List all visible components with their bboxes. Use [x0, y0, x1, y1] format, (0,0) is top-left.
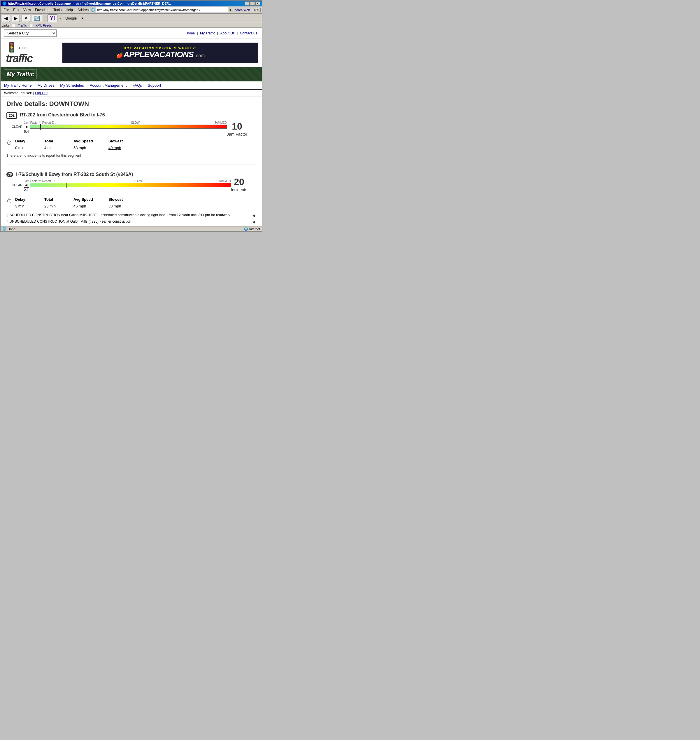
- forward-button[interactable]: ▶: [12, 15, 20, 22]
- banner-hot-text: HOT VACATION SPECIALS WEEKLY!: [65, 46, 255, 50]
- incidents-list: ! SCHEDULED CONSTRUCTION near Gulph Mill…: [6, 213, 256, 225]
- stop-button[interactable]: ✕: [22, 15, 30, 22]
- subnav-my-traffic-home[interactable]: My Traffic Home: [4, 83, 31, 87]
- jam-callout-1: 10 Jam Factor: [227, 121, 247, 137]
- jam-label-factor-2: Jam Factor℠ Report Et...: [24, 180, 57, 183]
- back-button[interactable]: ◀: [2, 15, 10, 22]
- subnav-my-drives[interactable]: My Drives: [37, 83, 54, 87]
- stat-header-delay-2: Delay: [15, 197, 35, 202]
- menu-favorites[interactable]: Favorites: [33, 7, 51, 13]
- page-title: Drive Details: DOWNTOWN: [6, 100, 256, 108]
- subnav-faqs[interactable]: FAQs: [132, 83, 142, 87]
- welcome-text: Welcome, gauxer! |: [4, 91, 34, 95]
- nav-link-aboutus[interactable]: About Us: [220, 31, 234, 35]
- google-button[interactable]: Google: [63, 16, 79, 21]
- nav-link-home[interactable]: Home: [185, 31, 195, 35]
- logout-link[interactable]: Log Out: [35, 91, 47, 95]
- menu-tools[interactable]: Tools: [51, 7, 63, 13]
- main-content: Drive Details: DOWNTOWN 202 RT-202 from …: [1, 97, 262, 226]
- status-zone-icon: 🌍: [244, 227, 248, 231]
- banner-ad[interactable]: HOT VACATION SPECIALS WEEKLY! 🍎 APPLEVAC…: [62, 43, 258, 63]
- stop-icon: ✕: [24, 15, 28, 21]
- links-separator-icon: 📄: [12, 24, 16, 27]
- stat-avgspeed-val-2: 46 mph: [74, 204, 100, 208]
- logo-dot: ●com: [19, 46, 27, 50]
- drive-segment-1: 202 RT-202 from Chesterbrook Blvd to I-7…: [6, 112, 256, 165]
- menu-help[interactable]: Help: [64, 7, 75, 13]
- link-traffic[interactable]: Traffic: [18, 24, 27, 27]
- menu-edit[interactable]: Edit: [11, 7, 21, 13]
- stats-row-headers-2: Delay Total Avg Speed Slowest: [15, 197, 132, 202]
- subnav-my-schedules[interactable]: My Schedules: [60, 83, 84, 87]
- jam-bar-1: [30, 125, 227, 129]
- close-button[interactable]: ✕: [255, 1, 260, 6]
- menu-bar: File Edit View Favorites Tools Help Addr…: [1, 6, 262, 14]
- stat-delay-val-1: 0 min: [15, 146, 35, 150]
- stats-row-values-1: 0 min 4 min 53 mph 49 mph: [15, 146, 132, 150]
- jam-labels-top-1: Jam Factor℠ Report E... SLOW JAMMED: [6, 121, 227, 124]
- jam-label-jammed-2: JAMMED: [219, 180, 231, 183]
- jam-val-text-1: 0.4: [24, 130, 29, 134]
- incident-arrow-2: ◄: [251, 220, 256, 225]
- stats-area-2: ⏱ Delay Total Avg Speed Slowest 3 min 23…: [6, 195, 256, 211]
- incident-text-2: UNSCHEDULED CONSTRUCTION at Gulph Mills …: [10, 220, 250, 225]
- status-icon: 🌐: [2, 227, 6, 231]
- yahoo-button[interactable]: Y!: [47, 14, 57, 22]
- logo-brand: traffic: [6, 53, 61, 64]
- links-separator-icon2: 📄: [29, 24, 33, 27]
- google-dropdown-icon[interactable]: ▼: [81, 17, 84, 20]
- stats-area-1: ⏱ Delay Total Avg Speed Slowest 0 min 4 …: [6, 137, 256, 152]
- jam-bar-container-1: CLEAR ◄: [6, 124, 227, 129]
- title-bar-controls[interactable]: _ □ ✕: [245, 1, 260, 6]
- jam-label-jammed: JAMMED: [215, 121, 227, 124]
- status-bar: 🌐 Done 🌍 Internet: [1, 226, 262, 231]
- segment-2-header: 76 I-76/Schuylkill Exwy from RT-202 to S…: [6, 172, 256, 177]
- search-web-button[interactable]: Search Web: [232, 8, 250, 12]
- subnav-account-management[interactable]: Account Management: [90, 83, 126, 87]
- city-select[interactable]: Select a City Philadelphia New York Bost…: [4, 29, 57, 37]
- minimize-button[interactable]: _: [245, 1, 250, 6]
- segment-1-title: RT-202 from Chesterbrook Blvd to I-76: [20, 112, 105, 118]
- address-input[interactable]: [96, 7, 228, 13]
- menu-view[interactable]: View: [22, 7, 33, 13]
- route-badge-202: 202: [6, 112, 17, 119]
- forward-icon: ▶: [14, 15, 18, 21]
- stats-columns-1: Delay Total Avg Speed Slowest 0 min 4 mi…: [15, 137, 132, 152]
- jam-bar-2: [30, 183, 231, 187]
- toolbar-bar: ◀ ▶ ✕ 🔃 Y! » Google ▼: [1, 14, 262, 23]
- nav-link-mytraffic[interactable]: My Traffic: [200, 31, 215, 35]
- menu-file[interactable]: File: [2, 7, 11, 13]
- stat-slowest-val-1: 49 mph: [109, 146, 132, 150]
- links-bar: Links 📄 Traffic 📄 XML Feeds: [1, 23, 262, 28]
- incident-arrow-1: ◄: [251, 213, 256, 218]
- jam-val-text-2: 2.1: [24, 187, 29, 192]
- banner-apple-icon: 🍎: [116, 52, 122, 59]
- maximize-button[interactable]: □: [250, 1, 255, 6]
- stat-header-total-1: Total: [44, 139, 65, 143]
- refresh-button[interactable]: 🔃: [32, 15, 42, 22]
- status-right: 🌍 Internet: [244, 227, 260, 231]
- status-done: Done: [7, 227, 15, 231]
- jam-section-1: Jam Factor℠ Report E... SLOW JAMMED CLEA…: [6, 121, 256, 134]
- links-label: Links: [2, 24, 9, 27]
- toolbar-arrows: »: [59, 17, 61, 20]
- nav-link-contactus[interactable]: Contact Us: [240, 31, 257, 35]
- subnav-support[interactable]: Support: [148, 83, 161, 87]
- stat-header-avgspeed-1: Avg Speed: [74, 139, 100, 143]
- jam-number-1: 10: [227, 121, 247, 132]
- banner-brand: APPLEVACATIONS: [124, 50, 194, 59]
- top-nav: Select a City Philadelphia New York Bost…: [1, 28, 262, 39]
- page-count: 1439: [251, 8, 261, 12]
- logo-area: 🚦 ●com traffic: [4, 40, 62, 66]
- title-bar-left: 🌐 http://my.traffic.com/Controller?appna…: [2, 1, 171, 6]
- my-traffic-banner: My Traffic: [1, 67, 262, 81]
- banner-com: .com: [195, 53, 205, 58]
- segment-2-title: I-76/Schuylkill Exwy from RT-202 to Sout…: [16, 172, 133, 177]
- link-xml[interactable]: XML Feeds: [35, 24, 52, 27]
- dropdown-icon[interactable]: ▼: [229, 9, 232, 12]
- stat-header-avgspeed-2: Avg Speed: [74, 197, 100, 202]
- browser-icon: 🌐: [2, 1, 7, 6]
- delay-icon-1: ⏱: [6, 140, 12, 146]
- stat-delay-val-2: 3 min: [15, 204, 35, 208]
- incidents-callout-2: 20 Incidents: [231, 177, 247, 192]
